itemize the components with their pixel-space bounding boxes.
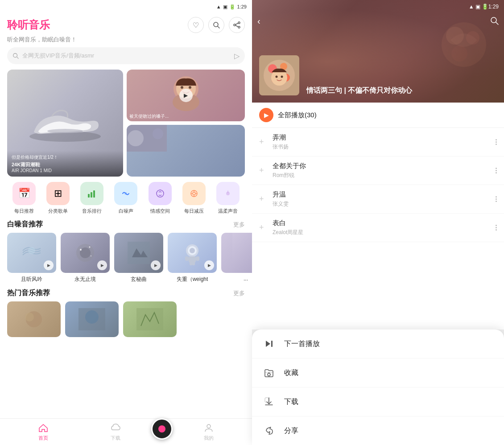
playlist-icon: ⊞ [54,188,62,199]
chart-label: 音乐排行 [82,208,102,214]
play-all-text: 全部播放(30) [278,111,317,119]
song-add-3[interactable]: + [259,223,268,232]
hot-thumbs [0,301,252,337]
category-daily[interactable]: 📅 每日推荐 [7,182,41,214]
time-right: 1:29 [488,4,499,10]
svg-rect-47 [190,262,192,265]
category-section: 📅 每日推荐 ⊞ 分类歌单 音乐排行 [0,182,252,220]
noise-play-2[interactable]: ▶ [151,260,161,270]
girl-play-button[interactable]: ▶ [179,89,193,102]
search-arrow-icon: ▷ [234,52,240,60]
nav-profile[interactable]: 我的 [173,423,245,441]
category-chart[interactable]: 音乐排行 [75,182,109,214]
astronaut-illustration [179,239,206,266]
noise-label-1: 永无止境 [63,276,107,283]
svg-rect-44 [189,256,196,263]
noise-item-2[interactable]: ▶ 玄秘曲 [114,233,163,283]
share-sheet-icon [261,423,277,439]
daily-icon: 📅 [18,188,30,199]
noise-section-header: 白噪音推荐 更多 [0,220,252,233]
banner-side-girl[interactable]: ▶ 被天使吻过的嗓子... [127,70,245,121]
banner-area: 但是价格却便宜近1/2！ 24K莆田潮鞋 AIR JORDAN 1 MID [7,70,245,177]
category-emotion[interactable]: 情感空间 [143,182,177,214]
back-button[interactable]: ‹ [257,16,260,26]
banner-sub: AIR JORDAN 1 MID [12,168,119,173]
noise-item-0[interactable]: ▶ 且听风吟 [7,233,56,283]
hot-thumb-2[interactable] [65,301,119,337]
app-header: 聆听音乐 ♡ [0,13,252,36]
sheet-download[interactable]: 下载 [252,387,504,416]
song-more-1[interactable] [496,168,497,173]
song-name-1: 全都关于你 [273,162,491,170]
like-button[interactable]: ♡ [188,17,204,33]
banner-top-text: 但是价格却便宜近1/2！ [12,154,119,161]
category-stress[interactable]: 每日减压 [177,182,211,214]
svg-point-2 [238,22,240,24]
song-more-3[interactable] [496,225,497,231]
download-arrow-icon [264,396,274,407]
album-info: 情话两三句 | 不偏不倚只对你动心 [306,86,412,95]
bottom-nav: 首页 下载 我的 [0,418,252,445]
sheet-collect[interactable]: 收藏 [252,358,504,387]
banner-side-text1: 被天使吻过的嗓子... [129,113,169,119]
play-all-button[interactable]: ▶ [259,108,273,122]
song-more-0[interactable] [496,139,497,145]
svg-point-24 [124,192,127,195]
search-button[interactable] [208,17,224,33]
category-playlist[interactable]: ⊞ 分类歌单 [41,182,75,214]
bottom-sheet: 下一首播放 收藏 下载 [252,330,504,445]
category-gentle[interactable]: 温柔声音 [211,182,245,214]
stress-icon [189,189,199,198]
song-item-3: + 表白 Zealot周星星 [252,214,504,242]
noise-play-0[interactable]: ▶ [44,260,54,270]
playlist-icon-bg: ⊞ [46,182,70,205]
noise-item-4[interactable]: ... [221,233,252,283]
collect-folder-icon [264,367,274,378]
noise-label-0: 且听风吟 [9,276,54,283]
noise-play-3[interactable]: ▶ [204,260,214,270]
wind-illustration [21,242,43,264]
song-add-2[interactable]: + [259,194,268,204]
search-bar[interactable]: 全网无损VIP音乐/音频/asmr ▷ [7,47,245,64]
hot-art-1 [21,308,47,330]
banner-side-partial[interactable] [127,125,245,177]
right-panel: ▲ ▣ 🔋 1:29 ‹ [252,0,504,445]
nav-download[interactable]: 下载 [79,423,152,441]
playlist-label: 分类歌单 [48,208,68,214]
svg-line-6 [235,25,238,27]
svg-rect-46 [196,256,199,261]
song-add-0[interactable]: + [259,137,268,147]
noise-more[interactable]: 更多 [233,221,245,229]
banner-main[interactable]: 但是价格却便宜近1/2！ 24K莆田潮鞋 AIR JORDAN 1 MID [7,70,123,177]
battery-icon: 🔋 [229,4,235,10]
hot-thumb-1[interactable] [7,301,61,337]
nav-vinyl[interactable] [151,418,173,440]
noise-play-1[interactable]: ▶ [97,260,107,270]
song-info-1: 全都关于你 Rom邢锐 [273,162,491,179]
emotion-label: 情感空间 [150,208,170,214]
noise-item-3[interactable]: ▶ 失重（weight [168,233,217,283]
sheet-share[interactable]: 分享 [252,416,504,445]
time-left: 1:29 [237,4,247,9]
song-artist-2: 张义雯 [273,200,491,208]
nav-download-label: 下载 [111,435,120,441]
noise-item-1[interactable]: ▶ 永无止境 [61,233,110,283]
sheet-next[interactable]: 下一首播放 [252,330,504,358]
song-name-0: 弄潮 [273,133,491,142]
banner-side: ▶ 被天使吻过的嗓子... [127,70,245,177]
hot-title: 热门音乐推荐 [7,288,50,298]
right-search-button[interactable] [490,16,499,27]
svg-rect-23 [93,190,95,198]
next-label: 下一首播放 [284,339,320,349]
share-button[interactable] [229,17,245,33]
category-whitenoise[interactable]: 白噪声 [109,182,143,214]
svg-point-4 [238,26,240,28]
hot-art-3 [136,308,163,330]
nav-home[interactable]: 首页 [7,423,79,441]
hot-more[interactable]: 更多 [233,289,245,297]
song-more-2[interactable] [496,196,497,202]
hot-thumb-3[interactable] [123,301,177,337]
nav-vinyl-inner [158,425,165,433]
song-name-3: 表白 [273,219,491,227]
song-add-1[interactable]: + [259,166,268,175]
